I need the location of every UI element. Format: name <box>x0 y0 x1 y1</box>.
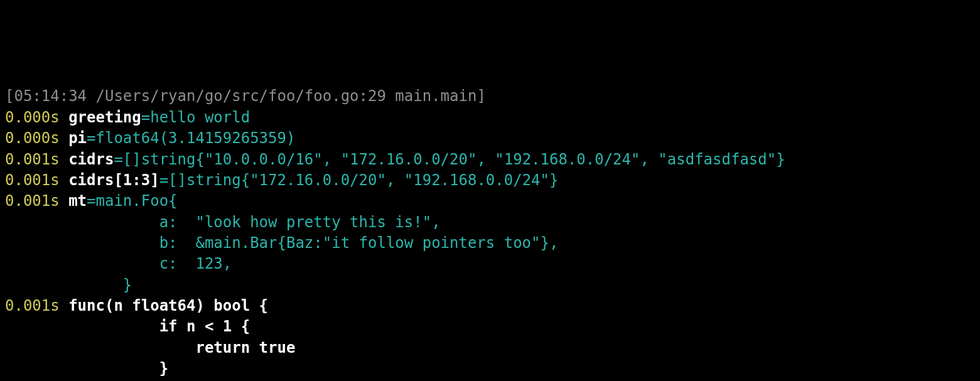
equals-sign: = <box>87 192 95 210</box>
log-line: 0.001s cidrs[1:3]=[]string{"172.16.0.0/2… <box>5 170 975 191</box>
log-key: cidrs <box>68 151 114 168</box>
log-value-cont: } <box>5 275 975 296</box>
log-line: 0.001s func(n float64) bool { <box>5 296 975 316</box>
log-key-cont: if n < 1 { <box>5 316 975 337</box>
log-key: func(n float64) bool { <box>68 297 268 314</box>
log-line: 0.001s cidrs=[]string{"10.0.0.0/16", "17… <box>5 149 975 170</box>
log-line: 0.001s mt=main.Foo{ <box>5 191 975 212</box>
log-line: 0.000s pi=float64(3.14159265359) <box>5 128 975 149</box>
elapsed-time: 0.001s <box>5 151 60 168</box>
log-value: } <box>68 276 132 294</box>
log-value: []string{"172.16.0.0/20", "192.168.0.0/2… <box>168 171 558 189</box>
log-value: c: 123, <box>68 255 232 272</box>
equals-sign: = <box>87 129 95 147</box>
log-value: float64(3.14159265359) <box>96 129 296 147</box>
log-key: greeting <box>68 109 141 126</box>
log-key-cont: } <box>5 358 975 379</box>
log-value: hello world <box>150 109 250 126</box>
bracket-close: ] <box>477 87 485 105</box>
elapsed-time: 0.001s <box>5 171 60 189</box>
log-value: main.Foo{ <box>96 192 178 210</box>
log-value-cont: b: &main.Bar{Baz:"it follow pointers too… <box>5 233 975 254</box>
equals-sign: = <box>114 151 122 168</box>
log-key: cidrs[1:3] <box>68 171 159 189</box>
log-key: } <box>68 360 168 377</box>
elapsed-time: 0.000s <box>5 109 60 126</box>
terminal-output: [05:14:34 /Users/ryan/go/src/foo/foo.go:… <box>5 86 975 381</box>
log-value: a: "look how pretty this is!", <box>68 213 440 231</box>
log-value-cont: c: 123, <box>5 254 975 274</box>
log-value: b: &main.Bar{Baz:"it follow pointers too… <box>68 234 558 252</box>
log-key: return true <box>68 339 295 357</box>
log-value: []string{"10.0.0.0/16", "172.16.0.0/20",… <box>123 151 785 168</box>
elapsed-time: 0.001s <box>5 297 60 314</box>
equals-sign: = <box>141 109 150 126</box>
elapsed-time: 0.000s <box>5 129 60 147</box>
log-key: pi <box>68 129 87 147</box>
elapsed-time: 0.001s <box>5 192 60 210</box>
log-key-cont: return true <box>5 338 975 358</box>
log-key: if n < 1 { <box>68 318 250 335</box>
log-value-cont: a: "look how pretty this is!", <box>5 212 975 233</box>
log-key: mt <box>68 192 87 210</box>
equals-sign: = <box>159 171 168 189</box>
log-header: [05:14:34 /Users/ryan/go/src/foo/foo.go:… <box>5 86 975 107</box>
log-header-text: 05:14:34 /Users/ryan/go/src/foo/foo.go:2… <box>14 87 477 105</box>
log-line: 0.000s greeting=hello world <box>5 107 975 128</box>
bracket-open: [ <box>5 87 14 105</box>
